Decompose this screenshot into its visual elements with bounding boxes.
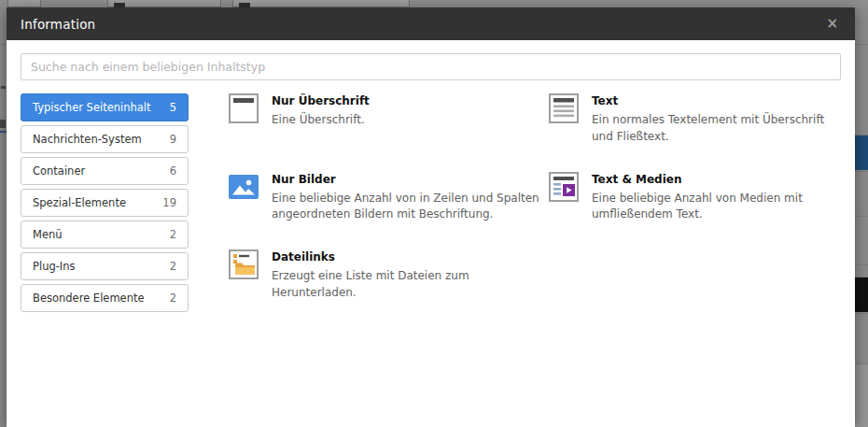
background-row-light bbox=[855, 364, 868, 427]
sidebar-item-typischer-seiteninhalt[interactable]: Typischer Seiteninhalt 5 bbox=[21, 93, 189, 121]
category-sidebar: Typischer Seiteninhalt 5 Nachrichten-Sys… bbox=[21, 93, 189, 316]
sidebar-item-count: 19 bbox=[162, 196, 176, 209]
background-text-fragment bbox=[1, 86, 6, 89]
wizard: Typischer Seiteninhalt 5 Nachrichten-Sys… bbox=[21, 93, 841, 316]
background-row-blue bbox=[855, 135, 868, 170]
element-grid: Nur Überschrift Eine Überschrift. bbox=[229, 93, 841, 302]
background-link-fragment bbox=[0, 131, 7, 133]
close-button[interactable]: × bbox=[820, 13, 844, 35]
element-description: Erzeugt eine Liste mit Dateien zum Herun… bbox=[272, 268, 544, 302]
sidebar-item-menu[interactable]: Menü 2 bbox=[21, 221, 189, 249]
sidebar-item-besondere-elemente[interactable]: Besondere Elemente 2 bbox=[21, 284, 189, 312]
sidebar-item-nachrichten-system[interactable]: Nachrichten-System 9 bbox=[21, 125, 189, 153]
background-text-fragment bbox=[0, 120, 6, 128]
element-description: Ein normales Textelement mit Überschrift… bbox=[592, 112, 841, 146]
sidebar-item-plug-ins[interactable]: Plug-Ins 2 bbox=[21, 252, 189, 280]
background-panel bbox=[232, 0, 410, 7]
element-title: Text bbox=[592, 94, 841, 107]
images-icon bbox=[229, 172, 259, 202]
background-row-black bbox=[855, 278, 868, 312]
element-title: Dateilinks bbox=[272, 250, 544, 263]
element-description: Eine beliebige Anzahl von Medien mit umf… bbox=[592, 191, 841, 224]
element-nur-ueberschrift[interactable]: Nur Überschrift Eine Überschrift. bbox=[229, 93, 549, 129]
sidebar-item-count: 2 bbox=[170, 292, 176, 305]
element-text[interactable]: Text Ein normales Textelement mit Übersc… bbox=[549, 93, 841, 146]
sidebar-item-spezial-elemente[interactable]: Spezial-Elemente 19 bbox=[21, 189, 189, 217]
sidebar-item-label: Typischer Seiteninhalt bbox=[33, 101, 151, 114]
element-title: Nur Bilder bbox=[272, 173, 544, 186]
sidebar-item-count: 5 bbox=[170, 101, 176, 114]
sidebar-item-label: Spezial-Elemente bbox=[33, 196, 126, 209]
element-title: Nur Überschrift bbox=[272, 94, 370, 107]
sidebar-item-count: 6 bbox=[170, 164, 176, 178]
element-nur-bilder[interactable]: Nur Bilder Eine beliebige Anzahl von in … bbox=[229, 172, 549, 224]
background-panel bbox=[107, 0, 221, 7]
text-icon bbox=[549, 93, 579, 123]
search-input[interactable] bbox=[21, 53, 841, 80]
element-text-medien[interactable]: Text & Medien Eine beliebige Anzahl von … bbox=[549, 172, 841, 224]
element-title: Text & Medien bbox=[592, 173, 841, 186]
sidebar-item-count: 2 bbox=[170, 260, 176, 273]
sidebar-item-label: Menü bbox=[33, 228, 63, 241]
modal-header: Information × bbox=[7, 7, 855, 40]
sidebar-item-label: Nachrichten-System bbox=[33, 133, 142, 146]
background-page-top bbox=[0, 0, 868, 7]
element-description: Eine beliebige Anzahl von in Zeilen und … bbox=[272, 191, 544, 224]
header-icon bbox=[229, 93, 259, 123]
sidebar-item-label: Plug-Ins bbox=[33, 260, 76, 273]
element-dateilinks[interactable]: Dateilinks Erzeugt eine Liste mit Dateie… bbox=[229, 249, 549, 302]
sidebar-item-count: 2 bbox=[170, 228, 176, 241]
sidebar-item-label: Container bbox=[33, 164, 85, 178]
close-icon: × bbox=[826, 15, 838, 32]
background-panel bbox=[7, 0, 41, 7]
new-content-element-modal: Information × Typischer Seiteninhalt 5 N… bbox=[7, 7, 855, 427]
modal-body: Typischer Seiteninhalt 5 Nachrichten-Sys… bbox=[7, 40, 855, 427]
sidebar-item-label: Besondere Elemente bbox=[33, 292, 145, 305]
element-description: Eine Überschrift. bbox=[272, 112, 370, 129]
sidebar-item-container[interactable]: Container 6 bbox=[21, 157, 189, 185]
filelinks-icon bbox=[229, 249, 259, 279]
sidebar-item-count: 9 bbox=[170, 133, 176, 146]
textmedia-icon bbox=[549, 172, 579, 202]
modal-title: Information bbox=[21, 17, 95, 32]
